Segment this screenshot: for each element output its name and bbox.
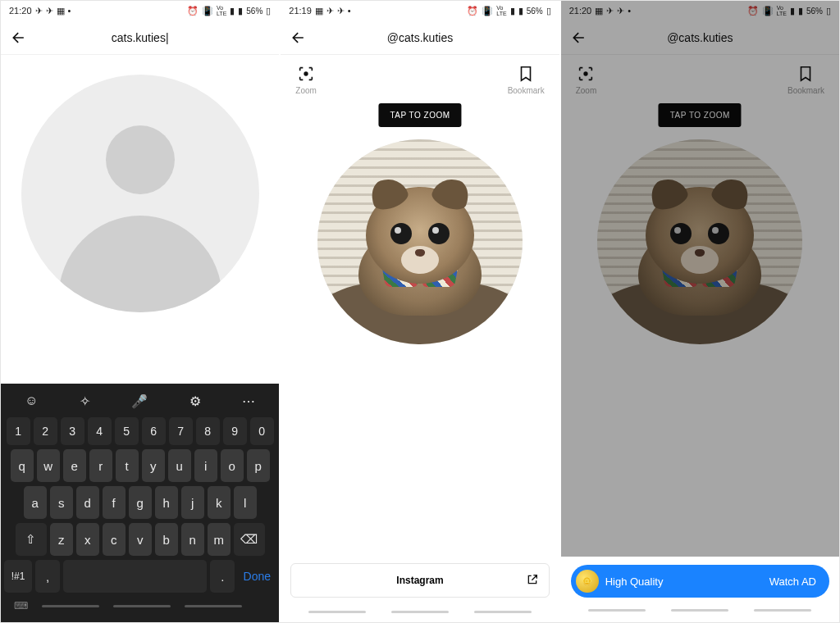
search-input[interactable]: cats.kuties — [112, 31, 169, 44]
more-icon[interactable]: ⋯ — [242, 393, 255, 409]
key-d[interactable]: d — [76, 486, 99, 519]
vibrate-icon: 📳 — [482, 6, 493, 16]
phone-screen-3: 21:20 ▦ ✈ ✈ • ⏰ 📳 VoLTE ▮ ▮ 56% ▯ @cats.… — [561, 1, 839, 622]
bookmark-label: Bookmark — [788, 86, 824, 95]
toolbar: Zoom Bookmark — [561, 55, 839, 95]
key-b[interactable]: b — [155, 523, 178, 556]
battery-level: 56% — [527, 7, 543, 16]
key-l[interactable]: l — [234, 486, 257, 519]
key-x[interactable]: x — [76, 523, 99, 556]
keyboard-row-bottom: !#1 , . Done — [4, 560, 276, 593]
key-c[interactable]: c — [103, 523, 126, 556]
media-area: TAP TO ZOOM — [281, 95, 559, 563]
gesture-nav-bar: ⌨ — [4, 598, 276, 614]
key-3[interactable]: 3 — [61, 417, 84, 445]
gear-icon[interactable]: ⚙ — [189, 393, 201, 409]
watch-ad-button[interactable]: Watch AD — [769, 575, 816, 588]
high-quality-pill[interactable]: 🪙 High Quality Watch AD — [571, 565, 829, 598]
key-u[interactable]: u — [168, 449, 191, 482]
back-button[interactable] — [287, 26, 310, 49]
mic-icon[interactable]: 🎤 — [131, 393, 148, 409]
key-period[interactable]: . — [210, 560, 235, 593]
battery-icon: ▯ — [826, 6, 831, 16]
key-1[interactable]: 1 — [7, 417, 30, 445]
open-external-icon — [526, 573, 539, 589]
bookmark-button[interactable]: Bookmark — [788, 65, 824, 95]
avatar-placeholder — [21, 75, 259, 312]
profile-picture[interactable] — [597, 139, 802, 344]
key-comma[interactable]: , — [35, 560, 60, 593]
status-bar: 21:20 ▦ ✈ ✈ • ⏰ 📳 VoLTE ▮ ▮ 56% ▯ — [561, 1, 839, 20]
key-symbols[interactable]: !#1 — [4, 560, 32, 593]
paper-plane-icon: ✈ — [617, 6, 624, 16]
sticker-icon[interactable]: ✧ — [80, 393, 90, 409]
key-h[interactable]: h — [155, 486, 178, 519]
bookmark-label: Bookmark — [508, 86, 545, 95]
key-t[interactable]: t — [116, 449, 139, 482]
alarm-icon: ⏰ — [467, 6, 478, 16]
key-g[interactable]: g — [129, 486, 152, 519]
key-0[interactable]: 0 — [250, 417, 274, 445]
key-s[interactable]: s — [50, 486, 73, 519]
image-icon: ▦ — [57, 6, 65, 16]
keyboard-row-q: q w e r t y u i o p — [4, 449, 276, 482]
key-v[interactable]: v — [129, 523, 152, 556]
gesture-nav-bar — [281, 604, 559, 622]
emoji-icon[interactable]: ☺ — [25, 393, 38, 408]
key-2[interactable]: 2 — [34, 417, 57, 445]
paper-plane-icon: ✈ — [35, 6, 43, 16]
key-9[interactable]: 9 — [223, 417, 247, 445]
paper-plane-icon: ✈ — [326, 6, 334, 16]
key-p[interactable]: p — [247, 449, 270, 482]
coin-icon: 🪙 — [576, 570, 599, 593]
soft-keyboard[interactable]: ☺ ✧ 🎤 ⚙ ⋯ 1 2 3 4 5 6 7 8 9 0 q w e — [1, 384, 279, 622]
vibrate-icon: 📳 — [202, 6, 213, 16]
key-4[interactable]: 4 — [88, 417, 112, 445]
zoom-button[interactable]: Zoom — [576, 65, 597, 95]
image-icon: ▦ — [315, 6, 323, 16]
key-done[interactable]: Done — [238, 560, 276, 593]
volte-icon: VoLTE — [217, 5, 226, 16]
image-icon: ▦ — [595, 6, 603, 16]
tap-to-zoom-tooltip: TAP TO ZOOM — [659, 103, 742, 127]
dot-icon: • — [68, 6, 71, 16]
key-backspace[interactable]: ⌫ — [234, 523, 265, 556]
instagram-label: Instagram — [396, 575, 443, 586]
status-time: 21:19 — [289, 6, 312, 16]
key-i[interactable]: i — [194, 449, 217, 482]
key-8[interactable]: 8 — [196, 417, 220, 445]
back-button[interactable] — [7, 26, 30, 49]
key-y[interactable]: y — [142, 449, 165, 482]
key-w[interactable]: w — [37, 449, 60, 482]
page-title: @cats.kuties — [591, 31, 810, 44]
zoom-label: Zoom — [576, 86, 597, 95]
key-5[interactable]: 5 — [115, 417, 139, 445]
keyboard-toolbar: ☺ ✧ 🎤 ⚙ ⋯ — [4, 389, 276, 413]
key-k[interactable]: k — [208, 486, 231, 519]
key-q[interactable]: q — [11, 449, 34, 482]
key-shift[interactable]: ⇧ — [16, 523, 47, 556]
key-space[interactable] — [63, 560, 207, 593]
key-z[interactable]: z — [50, 523, 73, 556]
instagram-open-button[interactable]: Instagram — [290, 563, 549, 598]
alarm-icon: ⏰ — [187, 6, 199, 16]
volte-icon: VoLTE — [496, 5, 506, 16]
keyboard-row-a: a s d f g h j k l — [4, 486, 276, 519]
key-o[interactable]: o — [221, 449, 244, 482]
key-n[interactable]: n — [181, 523, 204, 556]
key-r[interactable]: r — [89, 449, 112, 482]
vibrate-icon: 📳 — [762, 6, 774, 16]
key-m[interactable]: m — [208, 523, 231, 556]
bookmark-button[interactable]: Bookmark — [508, 65, 545, 95]
key-e[interactable]: e — [63, 449, 86, 482]
key-f[interactable]: f — [103, 486, 126, 519]
profile-picture[interactable] — [317, 139, 523, 344]
key-6[interactable]: 6 — [142, 417, 166, 445]
back-button[interactable] — [568, 26, 591, 49]
key-7[interactable]: 7 — [169, 417, 193, 445]
key-j[interactable]: j — [181, 486, 204, 519]
keyboard-hide-icon[interactable]: ⌨ — [14, 600, 28, 612]
signal-icon: ▮ — [798, 6, 803, 16]
key-a[interactable]: a — [24, 486, 47, 519]
zoom-button[interactable]: Zoom — [295, 65, 317, 95]
